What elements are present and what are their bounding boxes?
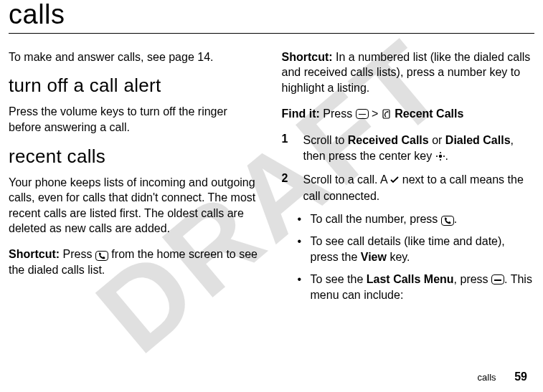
- center-key-icon: [435, 150, 445, 166]
- turn-off-alert-heading: turn off a call alert: [9, 75, 262, 97]
- footer-section: calls: [478, 372, 496, 383]
- bullet-call-number: To call the number, press .: [298, 211, 535, 227]
- find-it-line: Find it: Press > Recent Calls: [282, 106, 535, 123]
- step1-a: Scroll to: [303, 134, 348, 146]
- svg-point-1: [438, 155, 441, 158]
- turn-off-alert-body: Press the volume keys to turn off the ri…: [9, 104, 262, 135]
- bullet1-b: .: [454, 213, 457, 225]
- recent-calls-icon: [382, 107, 392, 123]
- find-it-recent: Recent Calls: [392, 107, 463, 120]
- last-calls-menu-label: Last Calls Menu: [367, 273, 454, 285]
- dialed-calls-label: Dialed Calls: [445, 134, 511, 146]
- shortcut-dialed: Shortcut: Press from the home screen to …: [9, 247, 262, 277]
- step-2-number: 2: [282, 172, 295, 204]
- shortcut-numbered: Shortcut: In a numbered list (like the d…: [282, 49, 535, 96]
- check-icon: [390, 173, 399, 188]
- bullet3-b: , press: [454, 273, 491, 285]
- left-column: To make and answer calls, see page 14. t…: [9, 49, 262, 310]
- page-container: calls To make and answer calls, see page…: [0, 0, 543, 392]
- bullet-last-calls-menu: To see the Last Calls Menu, press . This…: [298, 272, 535, 302]
- step1-or: or: [429, 134, 445, 146]
- shortcut-label: Shortcut:: [9, 248, 60, 260]
- view-key-label: View: [361, 251, 387, 263]
- step-2: 2 Scroll to a call. A next to a call mea…: [282, 172, 535, 204]
- columns: To make and answer calls, see page 14. t…: [9, 49, 534, 310]
- step1-c: .: [445, 150, 448, 162]
- right-column: Shortcut: In a numbered list (like the d…: [282, 49, 535, 310]
- bullet2-b: key.: [387, 251, 410, 263]
- find-it-a: Press: [320, 107, 356, 120]
- page-footer: calls 59: [478, 371, 527, 383]
- call-key-icon: [95, 251, 108, 261]
- recent-calls-heading: recent calls: [9, 145, 262, 168]
- call-key-icon-2: [441, 216, 454, 226]
- step-1: 1 Scroll to Received Calls or Dialed Cal…: [282, 133, 535, 165]
- menu-key-icon: [356, 109, 369, 119]
- page-title: calls: [9, 0, 534, 30]
- menu-key-icon-2: [491, 274, 504, 285]
- step-2-text: Scroll to a call. A next to a call means…: [303, 172, 535, 204]
- svg-rect-0: [383, 110, 389, 118]
- bullet-list: To call the number, press . To see call …: [298, 211, 535, 303]
- find-it-label: Find it:: [282, 107, 320, 120]
- bullet-view-details: To see call details (like time and date)…: [298, 234, 535, 264]
- title-rule: [9, 33, 534, 34]
- intro-text: To make and answer calls, see page 14.: [9, 49, 262, 65]
- bullet3-a: To see the: [311, 273, 367, 285]
- bullet1-a: To call the number, press: [311, 213, 441, 225]
- find-it-gt: >: [369, 107, 382, 120]
- received-calls-label: Received Calls: [348, 134, 429, 146]
- step2-a: Scroll to a call. A: [303, 173, 391, 186]
- shortcut-label-2: Shortcut:: [282, 51, 333, 63]
- shortcut-text-a: Press: [60, 248, 95, 260]
- recent-calls-body: Your phone keeps lists of incoming and o…: [9, 175, 262, 236]
- step-1-number: 1: [282, 133, 295, 165]
- step-1-text: Scroll to Received Calls or Dialed Calls…: [303, 133, 535, 165]
- footer-page-number: 59: [514, 371, 527, 383]
